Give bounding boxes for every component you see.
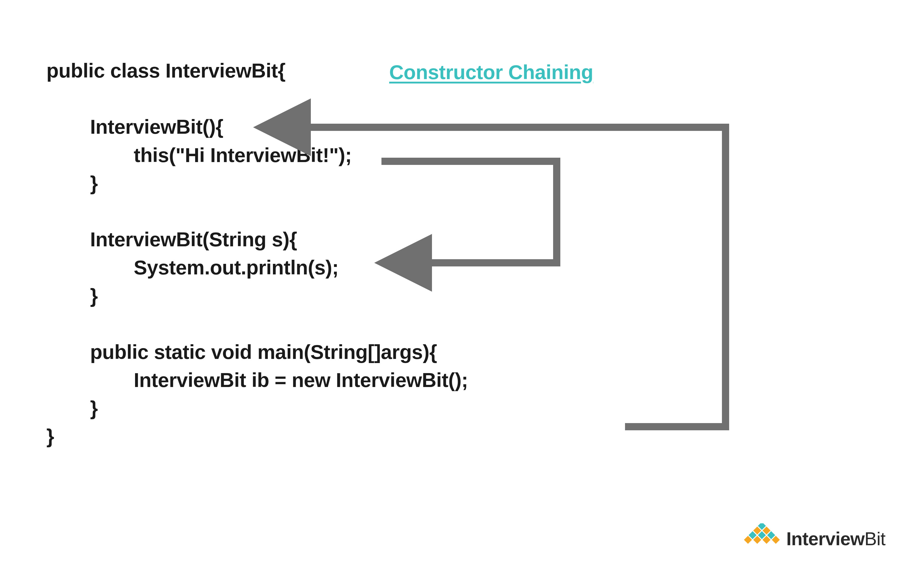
ctor1-body: this("Hi InterviewBit!"); bbox=[46, 141, 468, 169]
ctor2-close: } bbox=[46, 282, 468, 310]
interviewbit-logo: InterviewBit bbox=[742, 523, 885, 554]
logo-icon bbox=[742, 523, 781, 554]
ctor2-signature: InterviewBit(String s){ bbox=[46, 226, 468, 254]
class-declaration: public class InterviewBit{ bbox=[46, 57, 468, 85]
main-body: InterviewBit ib = new InterviewBit(); bbox=[46, 366, 468, 394]
ctor2-body: System.out.println(s); bbox=[46, 254, 468, 282]
ctor1-signature: InterviewBit(){ bbox=[46, 113, 468, 141]
main-signature: public static void main(String[]args){ bbox=[46, 338, 468, 366]
logo-text: InterviewBit bbox=[786, 528, 885, 549]
code-block: public class InterviewBit{ InterviewBit(… bbox=[46, 57, 468, 451]
ctor1-close: } bbox=[46, 169, 468, 198]
main-close: } bbox=[46, 394, 468, 422]
class-close: } bbox=[46, 422, 468, 450]
